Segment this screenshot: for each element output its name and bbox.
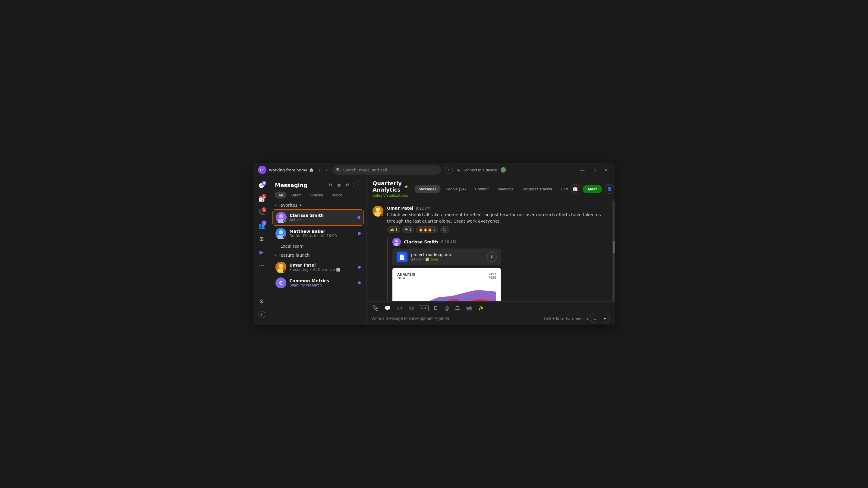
scroll-track[interactable]: [613, 201, 615, 301]
calendar-badge: 1: [261, 194, 267, 199]
chart-container: ANALYSIS 2014 2493 7658: [393, 268, 501, 301]
filter-tab-all[interactable]: All: [275, 192, 286, 198]
chat-list: ▾ Favorites ★ Clarissa Smith Active: [270, 201, 366, 325]
reaction-heart[interactable]: ❤️ 1: [402, 226, 414, 233]
chevron-down-icon-2: ▾: [275, 253, 277, 257]
clarissa-status-text: Active: [290, 218, 354, 222]
file-size: 24 KB: [411, 258, 421, 261]
tab-people[interactable]: People (24): [441, 185, 470, 193]
nav-back[interactable]: ‹: [317, 167, 322, 173]
tab-progress[interactable]: Progress Tracker: [518, 185, 557, 193]
clarissa-status: [283, 220, 286, 223]
nav-forward[interactable]: ›: [324, 167, 329, 173]
channel-tabs: Messages People (24) Content Meetings Pr…: [414, 185, 570, 193]
file-name: project-roadmap.doc: [411, 253, 484, 257]
sidebar-item-chat[interactable]: 💬 4: [255, 180, 268, 192]
svg-point-13: [395, 239, 398, 242]
filter-tab-spaces[interactable]: Spaces: [306, 192, 327, 198]
reaction-thumbsup[interactable]: 👍 1: [387, 226, 400, 233]
scroll-down-button[interactable]: ⌄: [590, 314, 600, 323]
favorites-label: Favorites: [278, 203, 298, 207]
matthew-status: [283, 235, 286, 238]
mention-icon[interactable]: @: [443, 304, 450, 312]
reaction-fire[interactable]: 🔥🔥🔥 3: [416, 226, 438, 233]
format-icon[interactable]: 💬: [383, 304, 392, 312]
send-button[interactable]: ➤: [600, 314, 610, 323]
chat-item-matthew[interactable]: Matthew Baker Do Not Disturb until 16:00: [273, 226, 364, 241]
clarissa-thread-avatar: [393, 238, 401, 246]
text-format-icon[interactable]: T↑: [396, 304, 404, 312]
chevron-right-icon: ›: [277, 244, 278, 248]
favorites-section-header[interactable]: ▾ Favorites ★: [273, 201, 364, 209]
svg-text:6312: 6312: [453, 299, 458, 301]
sidebar-item-settings[interactable]: ⚙: [255, 295, 268, 307]
chat-badge: 4: [261, 181, 267, 186]
messaging-header: Messaging ↻ ⊠ ↺ +: [270, 177, 366, 192]
schedule-meeting-button[interactable]: 📅: [570, 184, 580, 194]
download-button[interactable]: ⬇: [487, 252, 497, 262]
filter-tab-public[interactable]: Public: [328, 192, 346, 198]
sidebar-item-apps[interactable]: ⊞: [255, 233, 268, 245]
message-input[interactable]: [371, 316, 541, 321]
search-placeholder-text: Search, meet, and call: [343, 168, 387, 172]
channel-star-icon[interactable]: ★: [404, 184, 408, 190]
tab-meetings[interactable]: Meetings: [493, 185, 518, 193]
refresh-button[interactable]: ↻: [328, 181, 334, 189]
sidebar-item-people[interactable]: 👥 1: [255, 219, 268, 231]
chat-item-common-metrics[interactable]: C Common Metrics Usability research: [273, 275, 364, 291]
reaction-smile[interactable]: 😊: [440, 226, 450, 233]
tab-messages[interactable]: Messages: [414, 185, 441, 193]
sidebar-item-help[interactable]: ?: [255, 308, 268, 321]
compose-button[interactable]: ↺: [344, 181, 350, 189]
people-badge: 1: [261, 221, 267, 225]
new-chat-button[interactable]: +: [353, 181, 361, 189]
local-team-label: Local team: [280, 244, 304, 249]
sidebar-item-more[interactable]: ···: [255, 259, 268, 271]
channel-title-block: Quarterly Analytics ★ Sales Visualizatio…: [373, 180, 408, 198]
sidebar-item-calendar[interactable]: 📅 1: [255, 193, 268, 205]
thread-reply: Clarissa Smith 8:28 AM 📄 project-roadmap…: [387, 238, 607, 301]
attach-icon[interactable]: 📎: [371, 304, 380, 312]
close-button[interactable]: ✕: [601, 166, 610, 173]
local-team-item[interactable]: › Local team: [273, 241, 364, 251]
tab-more[interactable]: +3 ▾: [557, 185, 570, 193]
gif-icon[interactable]: GIF: [419, 305, 429, 311]
chat-item-clarissa[interactable]: Clarissa Smith Active: [273, 209, 364, 226]
minimize-button[interactable]: —: [578, 166, 587, 173]
video-icon[interactable]: 📹: [465, 304, 473, 312]
chat-item-umar[interactable]: Umar Patel Presenting • At the office 🏢: [273, 259, 364, 275]
add-people-button[interactable]: 👤: [604, 184, 614, 194]
sticker-icon[interactable]: 🗒: [432, 304, 439, 312]
emoji-icon[interactable]: 😊: [408, 304, 415, 312]
common-metrics-name: Common Metrics: [289, 278, 355, 283]
search-bar[interactable]: 🔍 Search, meet, and call: [333, 165, 441, 175]
maximize-button[interactable]: □: [591, 166, 598, 173]
sidebar-item-activity[interactable]: ▶: [255, 246, 268, 258]
clarissa-unread: [358, 216, 361, 219]
feature-launch-header[interactable]: ▾ Feature launch: [273, 251, 364, 259]
chart-header: ANALYSIS 2014 2493 7658: [397, 272, 496, 280]
meet-button[interactable]: Meet: [583, 185, 602, 193]
tab-content[interactable]: Content: [471, 185, 493, 193]
svg-point-27: [491, 292, 493, 293]
connect-device-button[interactable]: 🖥 Connect to a device: [457, 168, 497, 172]
browser-icon: [501, 167, 506, 173]
app-window: CS Working from home 🏠 ‹ › 🔍 Search, mee…: [253, 163, 615, 325]
shift-hint: Shift + Enter for a new line: [544, 317, 589, 321]
channel-subtitle: Sales Visualizations: [373, 193, 408, 198]
umar-content: Umar Patel Presenting • At the office 🏢: [289, 263, 355, 272]
filter-tab-direct[interactable]: Direct: [287, 192, 305, 198]
chevron-down-icon-3: ▾: [566, 187, 568, 191]
add-button[interactable]: +: [444, 166, 453, 174]
ai-icon[interactable]: ✨: [477, 304, 485, 312]
filter-button[interactable]: ⊠: [336, 181, 342, 189]
chart-analysis-label: ANALYSIS: [397, 272, 415, 276]
svg-point-25: [466, 296, 468, 298]
input-toolbar: 📎 💬 T↑ 😊 GIF 🗒 @ 🖼 📹 ✨: [371, 304, 610, 312]
chevron-down-icon: ▾: [275, 203, 277, 207]
clarissa-name: Clarissa Smith: [290, 213, 354, 218]
sidebar-item-calls[interactable]: 📞 1: [255, 206, 268, 218]
svg-point-10: [376, 207, 380, 212]
image-icon[interactable]: 🖼: [454, 304, 461, 312]
main-content: Quarterly Analytics ★ Sales Visualizatio…: [367, 177, 615, 325]
